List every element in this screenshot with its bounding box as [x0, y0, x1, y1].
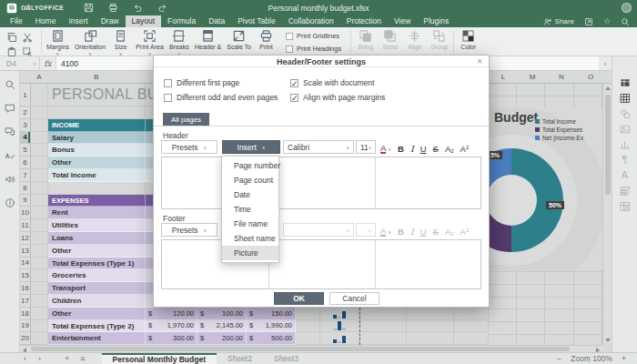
row-header-13[interactable]: 13: [20, 245, 31, 258]
menu-item-sheet-name[interactable]: Sheet name: [222, 231, 278, 246]
cell-J19[interactable]: [454, 320, 489, 333]
cell-B3[interactable]: INCOME: [48, 119, 146, 132]
underline-button[interactable]: U: [420, 228, 427, 237]
menu-item-page-count[interactable]: Page count: [222, 173, 278, 187]
zoom-out-button[interactable]: −: [557, 354, 561, 363]
cut-button[interactable]: [21, 31, 34, 44]
open-location-icon[interactable]: [584, 17, 593, 26]
menu-item-date[interactable]: Date: [222, 187, 278, 202]
row-header-15[interactable]: 15: [20, 269, 31, 282]
cell-B2[interactable]: [48, 106, 146, 119]
scale-with-document-checkbox[interactable]: ✓Scale with document: [290, 76, 385, 90]
row-header-8[interactable]: 8: [20, 182, 31, 195]
column-header-L[interactable]: L: [494, 71, 512, 84]
bring-button[interactable]: Bring: [353, 27, 378, 51]
cell-A8[interactable]: [31, 182, 48, 195]
cell-D20[interactable]: $200.00: [197, 332, 247, 345]
favorites-star-icon[interactable]: ☆: [603, 17, 611, 25]
select-all-corner[interactable]: [23, 4, 29, 10]
sheet-tab-personal-monthly-budget[interactable]: Personal Monthly Budget: [102, 353, 217, 364]
cell-B15[interactable]: Groceries: [48, 269, 146, 282]
textart-settings-button[interactable]: A: [619, 169, 632, 181]
cell-H18[interactable]: [359, 308, 407, 320]
print-gridlines-checkbox[interactable]: Print Gridlines: [286, 32, 341, 40]
row-header-12[interactable]: 12: [20, 232, 31, 245]
cell-A9[interactable]: [31, 195, 48, 207]
cell-A20[interactable]: [31, 332, 48, 345]
cell-A10[interactable]: [31, 207, 48, 219]
vertical-scroll-thumb[interactable]: [605, 95, 611, 195]
column-header-O[interactable]: O: [581, 71, 600, 84]
subscript-button[interactable]: A2: [445, 145, 454, 154]
cell-B1[interactable]: PERSONAL BU: [48, 84, 146, 106]
menu-tab-plugins[interactable]: Plugins: [417, 15, 455, 27]
cell-B11[interactable]: Utilities: [48, 219, 146, 232]
header-font-size-dropdown[interactable]: 11 ∨: [356, 140, 376, 154]
row-header-6[interactable]: 6: [20, 157, 31, 169]
row-header-2[interactable]: 2: [20, 106, 31, 119]
insert-function-button[interactable]: fx: [40, 56, 56, 70]
row-header-7[interactable]: 7: [20, 169, 31, 182]
share-button[interactable]: Share: [543, 17, 574, 26]
cell-B5[interactable]: Bonus: [48, 144, 146, 157]
margins-button[interactable]: Margins∨: [44, 27, 72, 56]
color-button[interactable]: Color: [456, 27, 480, 51]
menu-tab-layout[interactable]: Layout: [126, 15, 162, 27]
prev-sheet-button[interactable]: ‹: [24, 354, 26, 363]
copy-button[interactable]: [5, 31, 18, 44]
search-button[interactable]: [4, 78, 16, 91]
cell-A5[interactable]: [31, 144, 48, 157]
chart-settings-button[interactable]: [619, 138, 632, 150]
vertical-scrollbar[interactable]: [602, 84, 612, 345]
row-header-17[interactable]: 17: [20, 295, 31, 308]
cell-F18[interactable]: [296, 308, 320, 320]
cell-B10[interactable]: Rent: [48, 207, 146, 219]
cell-A11[interactable]: [31, 219, 48, 232]
menu-tab-protection[interactable]: Protection: [340, 15, 388, 27]
menu-tab-collaboration[interactable]: Collaboration: [282, 15, 340, 27]
table-settings-button[interactable]: [619, 92, 632, 104]
menu-item-page-number[interactable]: Page number: [222, 158, 278, 173]
cell-A1[interactable]: [31, 84, 48, 106]
font-color-button[interactable]: A∨: [380, 227, 391, 237]
menu-item-time[interactable]: Time: [222, 202, 278, 217]
paragraph-settings-button[interactable]: ¶: [619, 154, 632, 166]
cell-B18[interactable]: Other: [48, 308, 146, 320]
about-button[interactable]: [4, 197, 16, 209]
sparkline-G20[interactable]: [320, 332, 359, 345]
cell-E18[interactable]: $150.00: [247, 308, 296, 320]
breaks-button[interactable]: Breaks∨: [167, 27, 192, 56]
horizontal-scroll-thumb[interactable]: [31, 347, 570, 351]
header-button[interactable]: Header &: [192, 27, 225, 56]
row-header-9[interactable]: 9: [20, 195, 31, 207]
row-header-4[interactable]: 4: [20, 132, 31, 145]
cell-A13[interactable]: [31, 245, 48, 258]
cell-name-box[interactable]: D4 ∨: [0, 56, 40, 70]
zoom-in-button[interactable]: +: [622, 354, 626, 363]
tab-all-pages[interactable]: All pages: [163, 113, 209, 126]
cell-B4[interactable]: Salary: [48, 132, 146, 145]
cell-B14[interactable]: Total Expenses (Type 1): [48, 258, 146, 270]
menu-tab-insert[interactable]: Insert: [62, 15, 94, 27]
header-insert-dropdown[interactable]: Insert ∧: [222, 140, 280, 154]
cell-B6[interactable]: Other: [48, 157, 146, 169]
row-header-14[interactable]: 14: [20, 258, 31, 270]
cell-F20[interactable]: [296, 332, 320, 345]
expand-formula-bar-button[interactable]: ∨: [599, 56, 612, 70]
align-with-page-margins-checkbox[interactable]: ✓Align with page margins: [290, 90, 385, 105]
scroll-down-arrow-icon[interactable]: [605, 339, 611, 342]
cell-B16[interactable]: Transport: [48, 282, 146, 295]
cell-C20[interactable]: $300.00: [146, 332, 197, 345]
cell-A16[interactable]: [31, 282, 48, 295]
cell-I18[interactable]: [407, 308, 454, 320]
superscript-button[interactable]: A2: [460, 225, 470, 237]
subscript-button[interactable]: A2: [445, 228, 454, 237]
cell-B12[interactable]: Loans: [48, 232, 146, 245]
slicer-settings-button[interactable]: [619, 185, 632, 197]
comments-button[interactable]: [4, 102, 16, 115]
bold-button[interactable]: B: [398, 145, 404, 154]
menu-item-picture[interactable]: Picture: [222, 246, 278, 260]
strikethrough-button[interactable]: S: [433, 228, 439, 237]
cell-E20[interactable]: $500.00: [247, 332, 296, 345]
row-header-11[interactable]: 11: [20, 219, 31, 232]
